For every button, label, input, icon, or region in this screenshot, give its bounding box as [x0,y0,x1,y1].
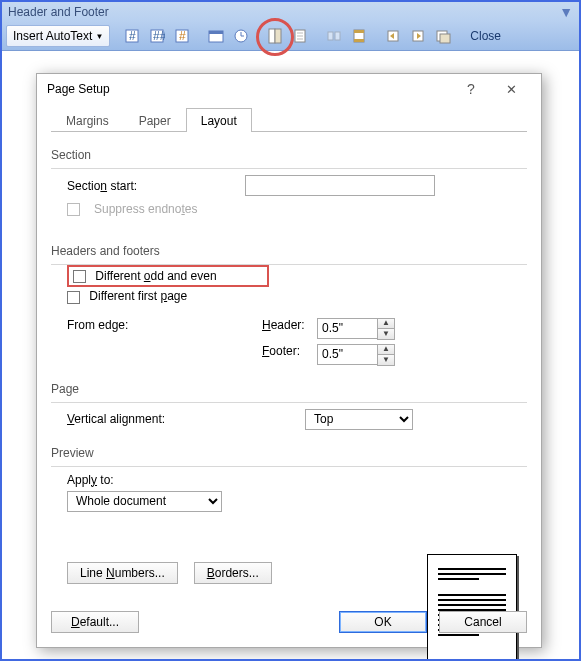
vertical-alignment-select[interactable]: Top [305,409,413,430]
svg-rect-17 [328,32,333,40]
ok-button[interactable]: OK [339,611,427,633]
highlight-box: Different odd and even [67,265,269,287]
section-start-label: Section start: [67,179,237,193]
different-first-page-checkbox[interactable] [67,291,80,304]
tab-margins[interactable]: Margins [51,108,124,132]
page-group-label: Page [51,382,527,396]
apply-to-select[interactable]: Whole document [67,491,222,512]
dialog-title: Page Setup [47,82,451,96]
format-page-number-button[interactable]: # [170,25,194,47]
help-button[interactable]: ? [451,81,491,97]
same-as-previous-button[interactable] [322,25,346,47]
insert-page-number-button[interactable]: # [120,25,144,47]
chevron-down-icon: ▼ [95,32,103,41]
switch-header-footer-button[interactable] [347,25,371,47]
cancel-button[interactable]: Cancel [439,611,527,633]
apply-to-label: Apply to: [67,473,527,487]
svg-text:#: # [179,29,186,43]
from-edge-label: From edge: [67,318,262,340]
svg-rect-21 [354,39,364,42]
different-odd-even-label: Different odd and even [95,269,216,283]
header-spin-down[interactable]: ▼ [378,329,394,339]
suppress-endnotes-label: Suppress endnotes [94,202,197,216]
svg-text:#: # [129,29,136,43]
suppress-endnotes-checkbox [67,203,80,216]
svg-rect-11 [269,29,275,43]
close-header-footer-button[interactable]: Close [465,25,506,47]
page-setup-button[interactable] [263,25,287,47]
svg-rect-25 [440,34,450,43]
vertical-alignment-label: Vertical alignment: [67,412,297,426]
tab-paper[interactable]: Paper [124,108,186,132]
show-next-button[interactable] [406,25,430,47]
toolbar-title: Header and Footer [8,5,109,19]
svg-rect-20 [354,30,364,33]
section-group-label: Section [51,148,527,162]
header-label: Header: [262,318,317,340]
line-numbers-button[interactable]: Line Numbers... [67,562,178,584]
show-previous-button[interactable] [381,25,405,47]
preview-group-label: Preview [51,446,527,460]
insert-autotext-label: Insert AutoText [13,29,92,43]
different-first-page-label: Different first page [89,289,187,303]
svg-text:##: ## [153,29,165,43]
toolbar-dropdown-icon[interactable]: ▼ [559,4,573,20]
insert-autotext-button[interactable]: Insert AutoText ▼ [6,25,110,47]
default-button[interactable]: Default... [51,611,139,633]
header-input[interactable] [317,318,377,339]
svg-rect-7 [209,31,223,34]
footer-label: Footer: [262,344,317,366]
insert-date-button[interactable] [204,25,228,47]
svg-rect-12 [275,29,281,43]
show-hide-document-text-button[interactable] [288,25,312,47]
tab-strip: Margins Paper Layout [51,106,527,132]
close-button[interactable]: ✕ [491,82,531,97]
footer-spin-down[interactable]: ▼ [378,355,394,365]
svg-rect-18 [335,32,340,40]
header-footer-toolbar: Header and Footer ▼ Insert AutoText ▼ # … [2,2,579,51]
footer-input[interactable] [317,344,377,365]
insert-time-button[interactable] [229,25,253,47]
footer-spin-up[interactable]: ▲ [378,345,394,355]
page-setup-dialog: Page Setup ? ✕ Margins Paper Layout Sect… [36,73,542,648]
insert-number-of-pages-button[interactable]: ## [145,25,169,47]
tab-layout[interactable]: Layout [186,108,252,132]
section-start-select[interactable]: New page [245,175,435,196]
headers-footers-group-label: Headers and footers [51,244,527,258]
different-odd-even-checkbox[interactable] [73,270,86,283]
borders-button[interactable]: Borders... [194,562,272,584]
link-to-previous-button[interactable] [431,25,455,47]
header-spin-up[interactable]: ▲ [378,319,394,329]
